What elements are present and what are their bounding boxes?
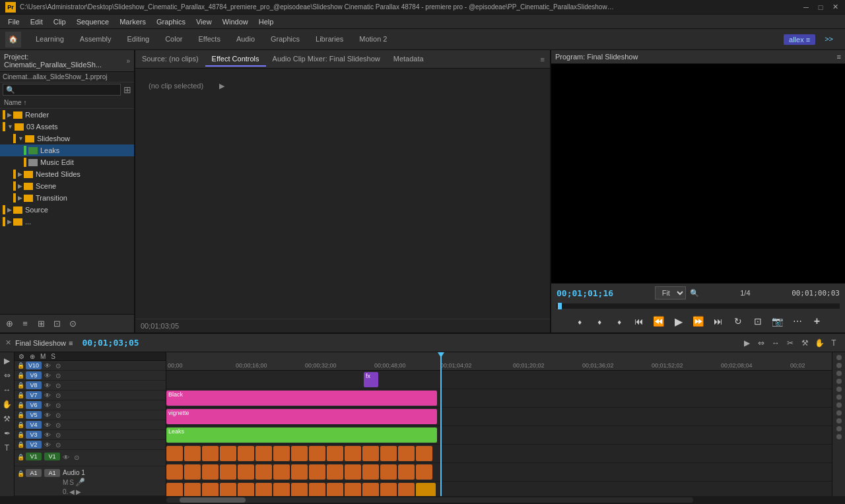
clip-v4-8[interactable] xyxy=(309,483,325,496)
panel-menu-icon[interactable]: ≡ xyxy=(535,53,550,66)
timeline-ruler[interactable]: 00;00 00;00;16;00 00;00;32;00 00;00;48;0… xyxy=(166,352,832,371)
tab-learning[interactable]: Learning xyxy=(29,32,71,47)
tab-effects[interactable]: Effects xyxy=(191,32,226,47)
track-height-v1[interactable] xyxy=(836,426,842,431)
clip-v6-14[interactable] xyxy=(416,446,432,461)
mark-in-button[interactable]: ⬧ xyxy=(572,314,587,329)
track-target-v2[interactable]: ⊙ xyxy=(53,440,63,449)
close-button[interactable]: ✕ xyxy=(830,3,840,12)
fit-dropdown[interactable]: Fit xyxy=(655,286,686,299)
tl-tool-slip[interactable]: ⚒ xyxy=(799,337,811,349)
tl-select-tool[interactable]: ▶ xyxy=(1,355,13,367)
track-strip-v9[interactable]: Black xyxy=(166,389,832,408)
lock-v8[interactable]: 🔒 xyxy=(17,382,24,389)
track-label-v3[interactable]: V3 xyxy=(26,431,42,439)
tree-item-transition[interactable]: ▶ Transition xyxy=(0,192,134,204)
tl-tool-roll[interactable]: ↔ xyxy=(770,337,782,349)
clip-v5-4[interactable] xyxy=(238,464,254,480)
clip-v10-fx[interactable]: fx xyxy=(364,372,378,387)
track-height-v8[interactable] xyxy=(836,371,842,376)
lock-v6[interactable]: 🔒 xyxy=(17,402,24,408)
program-menu-icon[interactable]: ≡ xyxy=(837,53,841,61)
track-eye-v3[interactable]: 👁 xyxy=(43,430,52,439)
audio-level-up[interactable]: ▶ xyxy=(76,488,81,495)
mark-out-button[interactable]: ⬧ xyxy=(592,314,607,329)
lock-v1[interactable]: 🔒 xyxy=(17,454,24,460)
tree-item-source[interactable]: ▶ Source xyxy=(0,204,134,216)
clip-v4-13[interactable] xyxy=(398,483,415,496)
clip-v5-0[interactable] xyxy=(166,464,183,480)
lock-v9[interactable]: 🔒 xyxy=(17,372,24,379)
track-label-v6[interactable]: V6 xyxy=(26,401,42,409)
tab-audio[interactable]: Audio xyxy=(230,32,261,47)
tab-color[interactable]: Color xyxy=(158,32,189,47)
search-button[interactable]: ⊙ xyxy=(66,317,79,331)
clip-v6-9[interactable] xyxy=(327,446,343,461)
lock-v7[interactable]: 🔒 xyxy=(17,392,24,398)
tab-motion2[interactable]: Motion 2 xyxy=(353,32,393,47)
audio-level-down[interactable]: ◀ xyxy=(69,488,75,495)
track-options[interactable]: ⚙ xyxy=(18,353,24,360)
clip-v4-0[interactable] xyxy=(166,483,183,496)
program-timecode-left[interactable]: 00;01;01;16 xyxy=(557,288,613,298)
track-eye-v5[interactable]: 👁 xyxy=(43,410,52,420)
tl-pen-tool[interactable]: ✒ xyxy=(1,427,13,439)
track-label-a1-inner[interactable]: A1 xyxy=(44,469,60,477)
tab-libraries[interactable]: Libraries xyxy=(309,32,350,47)
track-height-v6[interactable] xyxy=(836,387,842,392)
new-item-button[interactable]: ⊕ xyxy=(3,317,16,331)
track-label-v4[interactable]: V4 xyxy=(26,421,42,429)
clip-v4-9[interactable] xyxy=(327,483,343,496)
home-button[interactable]: 🏠 xyxy=(5,32,21,47)
tab-audio-clip-mixer[interactable]: Audio Clip Mixer: Final Slideshow xyxy=(266,52,387,67)
icon-view-button[interactable]: ⊞ xyxy=(34,317,48,331)
clip-v5-3[interactable] xyxy=(220,464,236,480)
track-eye-v7[interactable]: 👁 xyxy=(43,391,52,400)
track-height-v9[interactable] xyxy=(836,363,842,368)
timeline-hscroll[interactable] xyxy=(166,497,693,503)
list-view-button[interactable]: ≡ xyxy=(18,317,32,331)
clip-v4-6[interactable] xyxy=(273,483,290,496)
tree-item-musicedit[interactable]: Music Edit xyxy=(0,156,134,168)
track-target-v8[interactable]: ⊙ xyxy=(53,381,63,390)
menu-sequence[interactable]: Sequence xyxy=(71,16,115,27)
timeline-hscroll-thumb[interactable] xyxy=(180,497,246,503)
clip-v6-13[interactable] xyxy=(398,446,415,461)
clip-v5-13[interactable] xyxy=(398,464,415,480)
lock-v10[interactable]: 🔒 xyxy=(17,362,24,369)
track-target-v5[interactable]: ⊙ xyxy=(53,410,63,420)
clip-v5-11[interactable] xyxy=(362,464,379,480)
clip-v6-10[interactable] xyxy=(345,446,361,461)
tl-tool-razor[interactable]: ✂ xyxy=(784,337,796,349)
track-height-v3[interactable] xyxy=(836,410,842,416)
clip-v4-end[interactable] xyxy=(416,483,436,496)
clip-v5-1[interactable] xyxy=(184,464,201,480)
title-bar-controls[interactable]: ─ □ ✕ xyxy=(801,3,840,12)
clip-v4-12[interactable] xyxy=(380,483,397,496)
tl-slip-tool[interactable]: ⚒ xyxy=(1,413,13,425)
menu-view[interactable]: View xyxy=(191,16,217,27)
tab-effect-controls[interactable]: Effect Controls xyxy=(205,52,266,67)
add-marker-button[interactable]: + xyxy=(810,314,825,329)
clip-v4-1[interactable] xyxy=(184,483,201,496)
track-eye-v8[interactable]: 👁 xyxy=(43,381,52,390)
track-eye-v10[interactable]: 👁 xyxy=(43,361,52,370)
clip-v9-black[interactable]: Black xyxy=(166,391,437,406)
track-height-v4[interactable] xyxy=(836,402,842,408)
loop-button[interactable]: ↻ xyxy=(731,314,745,329)
track-height-v2[interactable] xyxy=(836,418,842,424)
track-label-v1-inner[interactable]: V1 xyxy=(44,453,60,460)
export-frame-button[interactable]: 📷 xyxy=(770,314,785,329)
clip-v6-3[interactable] xyxy=(220,446,236,461)
project-grid-view-btn[interactable]: ⊞ xyxy=(123,84,131,95)
timeline-menu-icon[interactable]: ≡ xyxy=(69,339,73,347)
clip-v5-14[interactable] xyxy=(416,464,432,480)
settings-button[interactable]: ⋯ xyxy=(790,314,805,329)
go-to-end-button[interactable]: ⏭ xyxy=(711,314,726,329)
track-eye-v1[interactable]: 👁 xyxy=(61,453,71,462)
clip-v5-10[interactable] xyxy=(345,464,361,480)
lock-v2[interactable]: 🔒 xyxy=(17,441,24,448)
menu-graphics[interactable]: Graphics xyxy=(151,16,191,27)
mark-clip-button[interactable]: ⬧ xyxy=(612,314,626,329)
audio-mute-btn[interactable]: M xyxy=(63,479,68,486)
